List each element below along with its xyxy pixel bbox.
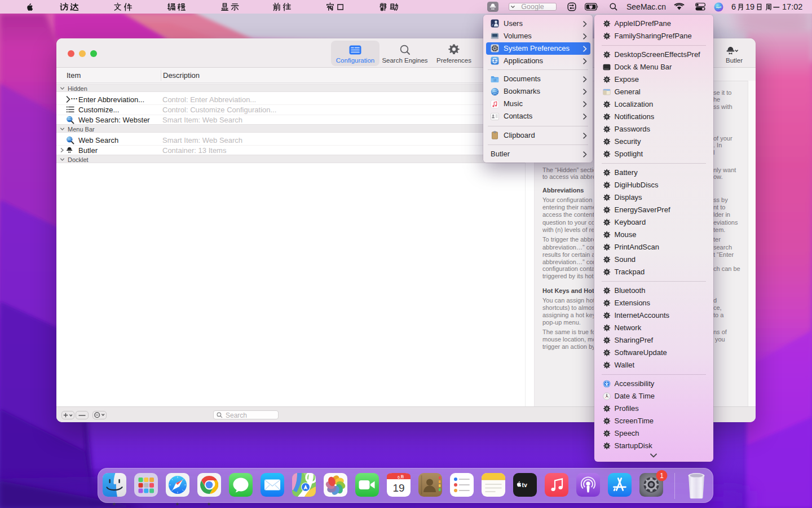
svg-text:13: 13	[493, 79, 497, 82]
svg-text:19: 19	[392, 482, 404, 494]
svg-text:6: 6	[398, 475, 400, 480]
svg-text:1: 1	[660, 472, 664, 480]
svg-text:tv: tv	[522, 481, 527, 488]
